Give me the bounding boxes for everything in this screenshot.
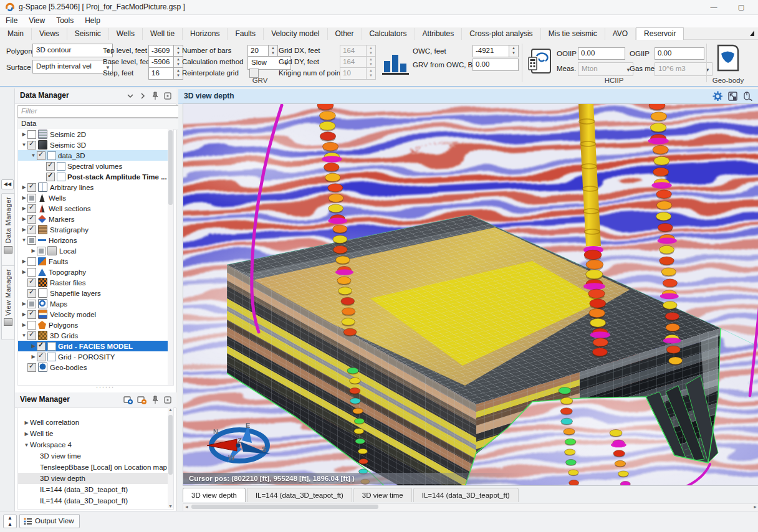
- visibility-checkbox[interactable]: [46, 162, 55, 171]
- expand-arrow-icon[interactable]: ▼: [21, 142, 27, 148]
- tree-item-wells[interactable]: ▶Wells: [18, 192, 173, 203]
- histogram-icon[interactable]: [381, 50, 410, 76]
- grid-dx-spinner[interactable]: ▲▼: [366, 45, 376, 57]
- tree-item-horizons[interactable]: ▼Horizons: [18, 235, 173, 245]
- data-tree-scrollbar[interactable]: [168, 129, 173, 385]
- visibility-checkbox[interactable]: [37, 247, 46, 255]
- tree-item-seismic-3d[interactable]: ▼Seismic 3D: [18, 140, 173, 150]
- visibility-checkbox[interactable]: [27, 141, 36, 150]
- view-item-well-correlation[interactable]: ▶Well correlation: [18, 417, 173, 428]
- expand-arrow-icon[interactable]: ▶: [30, 248, 37, 254]
- ribbon-corner-arrow-icon[interactable]: [750, 31, 754, 36]
- grv-from-owc-input[interactable]: 0.00: [473, 59, 519, 71]
- color-box[interactable]: [57, 162, 65, 171]
- pin-icon[interactable]: [150, 91, 160, 101]
- side-tab-view-manager[interactable]: View Manager: [1, 265, 15, 340]
- tree-item-post-stack-amplitude-time-[interactable]: Post-stack Amplitude Time ...: [18, 171, 173, 182]
- tree-item-grid-porosity[interactable]: ▶Grid - POROSITY: [18, 351, 173, 362]
- expand-arrow-icon[interactable]: ▶: [30, 343, 37, 349]
- visibility-checkbox[interactable]: [27, 363, 36, 372]
- view-item-3d-view-time[interactable]: 3D view time: [18, 450, 173, 462]
- remove-view-icon[interactable]: [137, 395, 146, 405]
- ribbon-tab-avo[interactable]: AVO: [605, 28, 636, 40]
- tree-item-arbitrary-lines[interactable]: ▶Arbitrary lines: [18, 182, 173, 192]
- tree-item-faults[interactable]: ▶Faults: [18, 256, 173, 267]
- tree-item-shapefile-layers[interactable]: Shapefile layers: [18, 288, 173, 298]
- owc-spinner[interactable]: ▲▼: [509, 45, 519, 57]
- kriging-spinner[interactable]: ▲▼: [366, 67, 376, 80]
- settings-gear-icon[interactable]: [712, 91, 723, 102]
- expand-arrow-icon[interactable]: ▼: [21, 237, 27, 243]
- view-item-il-144-data-3d-teapot-ft-[interactable]: IL=144 (data_3D_teapot_ft): [18, 495, 173, 506]
- view-item-3d-view-depth[interactable]: 3D view depth: [18, 473, 173, 484]
- view-tab-3d-view-depth[interactable]: 3D view depth: [183, 488, 246, 502]
- visibility-checkbox[interactable]: [27, 183, 36, 192]
- visibility-checkbox[interactable]: [27, 268, 36, 277]
- tree-item-geo-bodies[interactable]: Geo-bodies: [18, 362, 173, 373]
- menu-view[interactable]: View: [23, 15, 50, 26]
- ribbon-tab-horizons[interactable]: Horizons: [183, 28, 228, 40]
- ribbon-tab-well-tie[interactable]: Well tie: [143, 28, 183, 40]
- view-item-well-tie[interactable]: ▶Well tie: [18, 428, 173, 439]
- chevron-down-icon[interactable]: [125, 91, 135, 101]
- meas-dropdown[interactable]: Mton▼: [578, 62, 633, 76]
- view-tab-3d-view-time[interactable]: 3D view time: [353, 488, 412, 502]
- expand-arrow-icon[interactable]: ▶: [21, 259, 27, 264]
- hciip-icon[interactable]: [527, 47, 553, 75]
- add-view-icon[interactable]: [123, 395, 133, 405]
- fit-view-icon[interactable]: [727, 91, 738, 102]
- visibility-checkbox[interactable]: [27, 215, 36, 224]
- collapse-panel-button[interactable]: ◀◀: [1, 179, 14, 189]
- scroll-up-icon[interactable]: ▲: [168, 407, 173, 412]
- expand-arrow-icon[interactable]: ▶: [21, 311, 27, 317]
- polygon-dropdown[interactable]: 3D contour▼: [32, 44, 113, 57]
- ribbon-tab-wells[interactable]: Wells: [109, 28, 143, 40]
- popout-icon[interactable]: [163, 395, 173, 405]
- color-box[interactable]: [47, 353, 56, 361]
- view-tab-il-144-data-3d-teapot-ft-[interactable]: IL=144 (data_3D_teapot_ft): [247, 488, 352, 502]
- grid-dy-spinner[interactable]: ▲▼: [366, 56, 376, 69]
- tree-item-topography[interactable]: ▶Topography: [18, 267, 173, 277]
- expand-output-button[interactable]: ▲▲: [3, 515, 17, 528]
- expand-arrow-icon[interactable]: ▼: [21, 333, 27, 338]
- visibility-checkbox[interactable]: [27, 236, 36, 245]
- expand-arrow-icon[interactable]: ▶: [21, 227, 27, 232]
- surface-dropdown[interactable]: Depth interval vel▼: [32, 60, 113, 74]
- visibility-checkbox[interactable]: [27, 321, 36, 330]
- output-view-button[interactable]: Output View: [19, 514, 80, 528]
- visibility-checkbox[interactable]: [27, 289, 36, 298]
- expand-arrow-icon[interactable]: ▶: [21, 195, 27, 201]
- pin-icon[interactable]: [150, 395, 160, 405]
- menu-file[interactable]: File: [0, 15, 23, 26]
- tree-item-raster-files[interactable]: Raster files: [18, 277, 173, 288]
- number-of-bars-spinner[interactable]: ▲▼: [268, 45, 278, 57]
- view-item-workspace-4[interactable]: ▼Workspace 4: [18, 439, 173, 450]
- minimize-button[interactable]: —: [704, 1, 723, 13]
- visibility-checkbox[interactable]: [27, 300, 36, 308]
- gas-meas-dropdown[interactable]: 10^6 m3▼: [655, 62, 712, 76]
- ribbon-tab-attributes[interactable]: Attributes: [415, 28, 463, 40]
- chevron-right-icon[interactable]: [138, 91, 148, 101]
- visibility-checkbox[interactable]: [27, 278, 36, 287]
- tree-item-local[interactable]: ▶Local: [18, 245, 173, 256]
- panel-splitter[interactable]: [15, 386, 176, 392]
- tree-item-seismic-2d[interactable]: ▶Seismic 2D: [18, 129, 173, 140]
- scroll-down-icon[interactable]: ▼: [168, 504, 173, 508]
- visibility-checkbox[interactable]: [37, 353, 46, 361]
- ogiip-input[interactable]: 0.00: [655, 47, 704, 60]
- expand-arrow-icon[interactable]: ▼: [30, 153, 37, 158]
- ribbon-tab-faults[interactable]: Faults: [228, 28, 264, 40]
- ribbon-tab-views[interactable]: Views: [32, 28, 67, 40]
- tree-item-maps[interactable]: ▶Maps: [18, 298, 173, 309]
- visibility-checkbox[interactable]: [27, 130, 36, 139]
- visibility-checkbox[interactable]: [37, 342, 46, 351]
- maximize-button[interactable]: ▢: [732, 1, 751, 13]
- view-tab-il-144-data-3d-teapot-ft-[interactable]: IL=144 (data_3D_teapot_ft): [413, 488, 519, 502]
- ribbon-tab-seismic[interactable]: Seismic: [67, 28, 109, 40]
- side-tab-data-manager[interactable]: Data Manager: [1, 193, 15, 268]
- expand-arrow-icon[interactable]: ▶: [21, 131, 27, 137]
- geo-body-icon[interactable]: [714, 44, 741, 72]
- color-box[interactable]: [57, 173, 65, 181]
- visibility-checkbox[interactable]: [27, 257, 36, 266]
- ribbon-tab-reservoir[interactable]: Reservoir: [636, 27, 684, 40]
